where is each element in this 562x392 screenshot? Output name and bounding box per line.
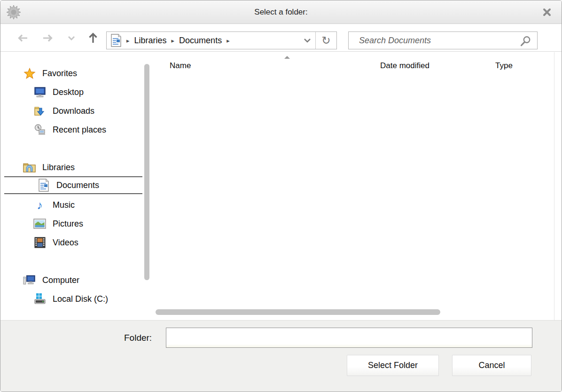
search-icon[interactable]	[519, 35, 531, 47]
navigation-toolbar: ▸ Libraries ▸ Documents ▸ ↻	[0, 24, 562, 52]
back-arrow-icon	[17, 33, 28, 43]
chevron-down-icon	[304, 38, 311, 43]
documents-library-icon	[110, 34, 122, 47]
column-header-name[interactable]: Name	[170, 61, 191, 71]
breadcrumb[interactable]: ▸ Libraries ▸ Documents ▸ ↻	[106, 31, 337, 49]
sidebar-item-label: Local Disk (C:)	[53, 294, 108, 304]
sidebar-item-recent-places[interactable]: Recent places	[0, 120, 142, 139]
computer-icon	[23, 274, 36, 286]
recent-places-icon	[34, 124, 46, 136]
column-header-date-modified[interactable]: Date modified	[380, 61, 429, 71]
sidebar-item-documents[interactable]: Documents	[4, 176, 142, 194]
sort-ascending-icon[interactable]	[284, 56, 290, 59]
breadcrumb-chevron-icon[interactable]: ▸	[172, 37, 175, 44]
desktop-icon	[34, 86, 46, 98]
dialog-title: Select a folder:	[0, 0, 562, 24]
cancel-button[interactable]: Cancel	[452, 355, 531, 376]
documents-icon	[38, 179, 49, 192]
sidebar-item-videos[interactable]: Videos	[0, 233, 142, 252]
forward-button[interactable]	[42, 32, 54, 44]
close-button[interactable]	[539, 0, 555, 24]
sidebar-item-label: Recent places	[53, 125, 106, 135]
sidebar-item-libraries[interactable]: Libraries	[0, 158, 142, 177]
select-folder-button[interactable]: Select Folder	[347, 355, 439, 376]
breadcrumb-chevron-icon[interactable]: ▸	[226, 37, 230, 44]
refresh-button[interactable]: ↻	[316, 32, 336, 49]
sidebar-item-music[interactable]: ♪ Music	[0, 196, 142, 214]
sidebar-item-desktop[interactable]: Desktop	[0, 83, 142, 102]
sidebar-item-label: Computer	[42, 275, 79, 285]
title-bar: Select a folder:	[0, 0, 562, 24]
column-header-type[interactable]: Type	[495, 61, 513, 71]
libraries-folder-icon	[23, 162, 36, 173]
breadcrumb-chevron-icon[interactable]: ▸	[126, 37, 130, 44]
downloads-icon	[34, 105, 46, 117]
close-icon	[542, 8, 552, 17]
sidebar-item-label: Libraries	[42, 163, 75, 172]
file-list	[150, 52, 562, 320]
music-note-icon: ♪	[37, 199, 43, 211]
pictures-icon	[33, 219, 46, 229]
select-folder-dialog: Select a folder:	[0, 0, 562, 392]
sidebar-item-downloads[interactable]: Downloads	[0, 102, 142, 120]
search-box	[348, 31, 538, 49]
sidebar-item-pictures[interactable]: Pictures	[0, 214, 142, 233]
dialog-footer: Folder: Select Folder Cancel	[0, 320, 562, 392]
sidebar-item-local-disk-c[interactable]: Local Disk (C:)	[0, 290, 142, 308]
videos-icon	[34, 237, 46, 248]
breadcrumb-item-documents[interactable]: Documents	[179, 36, 222, 46]
chevron-down-icon	[68, 36, 75, 40]
recent-pages-dropdown[interactable]	[65, 32, 78, 44]
address-dropdown-button[interactable]	[299, 32, 315, 49]
sidebar-item-label: Videos	[53, 238, 78, 248]
breadcrumb-item-libraries[interactable]: Libraries	[134, 36, 167, 46]
sidebar-item-label: Downloads	[53, 106, 94, 116]
sidebar-item-label: Pictures	[53, 219, 83, 229]
sidebar-item-favorites[interactable]: Favorites	[0, 64, 142, 83]
back-button[interactable]	[16, 32, 29, 44]
star-icon	[23, 68, 36, 79]
search-input[interactable]	[349, 32, 537, 49]
sidebar-item-label: Favorites	[42, 69, 77, 78]
sidebar-item-computer[interactable]: Computer	[0, 271, 142, 290]
local-disk-icon	[34, 293, 46, 305]
refresh-icon: ↻	[321, 34, 330, 47]
sidebar-item-label: Music	[53, 200, 75, 210]
up-arrow-icon	[88, 32, 98, 44]
list-right-gutter	[554, 52, 554, 320]
up-button[interactable]	[87, 32, 99, 44]
navigation-pane: Favorites Desktop Downloads	[0, 52, 142, 320]
folder-label: Folder:	[124, 333, 152, 343]
sidebar-item-label: Documents	[56, 180, 99, 190]
horizontal-scrollbar-thumb[interactable]	[156, 309, 440, 315]
forward-arrow-icon	[42, 33, 54, 43]
folder-name-input[interactable]	[166, 328, 532, 348]
sidebar-item-label: Desktop	[53, 87, 84, 97]
sidebar-scrollbar-thumb[interactable]	[144, 64, 149, 280]
